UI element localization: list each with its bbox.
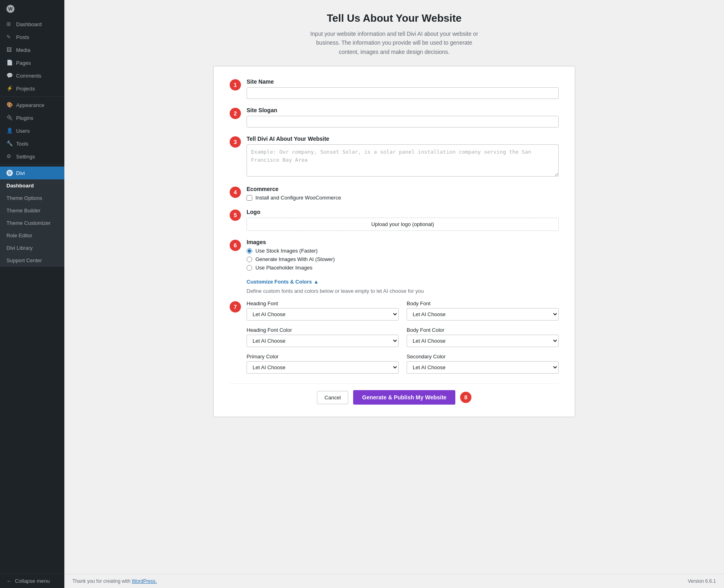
main-content: Tell Us About Your Website Input your we… xyxy=(64,0,724,588)
step-1-body: Site Name xyxy=(247,78,559,99)
step-2-section: 2 Site Slogan xyxy=(230,107,559,127)
step-2-badge: 2 xyxy=(230,108,241,119)
plugins-icon: 🔌 xyxy=(6,115,13,121)
sidebar-divi-submenu: Dashboard Theme Options Theme Builder Th… xyxy=(0,179,64,267)
sidebar-item-projects[interactable]: ⚡ Projects xyxy=(0,82,64,95)
cancel-button[interactable]: Cancel xyxy=(317,391,348,404)
divi-icon: D xyxy=(6,170,13,176)
page-subtitle: Input your website information and tell … xyxy=(310,29,479,56)
step-8-badge: 8 xyxy=(460,392,471,403)
sidebar-logo[interactable]: W xyxy=(0,0,64,18)
step-6-badge: 6 xyxy=(230,240,241,251)
generate-button[interactable]: Generate & Publish My Website xyxy=(353,390,455,405)
sidebar-item-media[interactable]: 🖼 Media xyxy=(0,43,64,56)
body-font-select[interactable]: Let AI Choose xyxy=(407,308,559,321)
customize-fonts-toggle[interactable]: Customize Fonts & Colors ▲ xyxy=(247,279,319,285)
sidebar-item-users[interactable]: 👤 Users xyxy=(0,124,64,137)
dashboard-icon: ⊞ xyxy=(6,21,13,27)
footer-wordpress-link[interactable]: WordPress. xyxy=(132,578,156,584)
sidebar-item-divi[interactable]: D Divi xyxy=(0,167,64,179)
chevron-up-icon: ▲ xyxy=(314,279,319,285)
woocommerce-checkbox[interactable] xyxy=(247,195,252,201)
body-font-color-select[interactable]: Let AI Choose xyxy=(407,335,559,347)
wp-logo-icon: W xyxy=(6,5,14,13)
collapse-menu-button[interactable]: ← Collapse menu xyxy=(0,574,64,588)
sidebar-item-divi-dashboard[interactable]: Dashboard xyxy=(0,179,64,192)
heading-font-select[interactable]: Let AI Choose xyxy=(247,308,399,321)
users-icon: 👤 xyxy=(6,127,13,134)
step-4-body: Ecommerce Install and Configure WooComme… xyxy=(247,186,559,201)
step-3-body: Tell Divi AI About Your Website xyxy=(247,136,559,178)
images-placeholder-row: Use Placeholder Images xyxy=(247,265,559,271)
primary-color-group: Primary Color Let AI Choose xyxy=(247,354,399,374)
sidebar-item-role-editor[interactable]: Role Editor xyxy=(0,229,64,242)
collapse-icon: ← xyxy=(6,578,12,584)
woocommerce-row: Install and Configure WooCommerce xyxy=(247,195,559,201)
heading-font-color-group: Heading Font Color Let AI Choose xyxy=(247,327,399,347)
images-placeholder-radio[interactable] xyxy=(247,265,252,271)
sidebar-item-theme-builder[interactable]: Theme Builder xyxy=(0,204,64,217)
pages-icon: 📄 xyxy=(6,60,13,66)
body-font-color-label: Body Font Color xyxy=(407,327,559,333)
sidebar-divider-2 xyxy=(0,164,64,165)
sidebar-divider-1 xyxy=(0,97,64,97)
sidebar-item-plugins[interactable]: 🔌 Plugins xyxy=(0,111,64,124)
primary-color-label: Primary Color xyxy=(247,354,399,360)
footer-spacer xyxy=(80,417,708,441)
sidebar-item-tools[interactable]: 🔧 Tools xyxy=(0,137,64,150)
body-font-label: Body Font xyxy=(407,300,559,306)
generate-with-badge: Generate & Publish My Website 8 xyxy=(353,390,471,405)
images-ai-radio[interactable] xyxy=(247,257,252,262)
secondary-color-label: Secondary Color xyxy=(407,354,559,360)
step-3-section: 3 Tell Divi AI About Your Website xyxy=(230,136,559,178)
secondary-color-group: Secondary Color Let AI Choose xyxy=(407,354,559,374)
media-icon: 🖼 xyxy=(6,47,13,53)
projects-icon: ⚡ xyxy=(6,85,13,92)
site-slogan-label: Site Slogan xyxy=(247,107,559,113)
step-7-badge: 7 xyxy=(230,301,241,313)
body-font-group: Body Font Let AI Choose xyxy=(407,300,559,321)
sidebar-item-comments[interactable]: 💬 Comments xyxy=(0,69,64,82)
step-2-body: Site Slogan xyxy=(247,107,559,127)
images-stock-row: Use Stock Images (Faster) xyxy=(247,248,559,254)
images-ai-label: Generate Images With AI (Slower) xyxy=(255,256,335,262)
secondary-color-select[interactable]: Let AI Choose xyxy=(407,361,559,374)
site-slogan-input[interactable] xyxy=(247,116,559,127)
primary-color-select[interactable]: Let AI Choose xyxy=(247,361,399,374)
woocommerce-label: Install and Configure WooCommerce xyxy=(255,195,341,201)
logo-upload-button[interactable]: Upload your logo (optional) xyxy=(247,218,559,231)
appearance-icon: 🎨 xyxy=(6,102,13,108)
images-stock-label: Use Stock Images (Faster) xyxy=(255,248,318,254)
sidebar-item-pages[interactable]: 📄 Pages xyxy=(0,56,64,69)
images-ai-row: Generate Images With AI (Slower) xyxy=(247,256,559,262)
site-name-input[interactable] xyxy=(247,87,559,99)
sidebar-item-divi-library[interactable]: Divi Library xyxy=(0,242,64,254)
step-4-badge: 4 xyxy=(230,187,241,198)
comments-icon: 💬 xyxy=(6,72,13,79)
site-name-label: Site Name xyxy=(247,78,559,85)
body-font-color-group: Body Font Color Let AI Choose xyxy=(407,327,559,347)
about-textarea[interactable] xyxy=(247,144,559,177)
fonts-grid: Heading Font Let AI Choose Body Font Let… xyxy=(247,300,559,374)
images-stock-radio[interactable] xyxy=(247,248,252,254)
step-5-section: 5 Logo Upload your logo (optional) xyxy=(230,209,559,231)
sidebar-item-posts[interactable]: ✎ Posts xyxy=(0,31,64,43)
sidebar-item-theme-customizer[interactable]: Theme Customizer xyxy=(0,217,64,229)
sidebar-item-settings[interactable]: ⚙ Settings xyxy=(0,150,64,163)
logo-label: Logo xyxy=(247,209,559,215)
heading-font-color-select[interactable]: Let AI Choose xyxy=(247,335,399,347)
step-6-section: 6 Images Use Stock Images (Faster) Gener… xyxy=(230,239,559,271)
posts-icon: ✎ xyxy=(6,34,13,40)
settings-icon: ⚙ xyxy=(6,153,13,160)
customize-fonts-area: Customize Fonts & Colors ▲ Define custom… xyxy=(247,279,559,294)
heading-font-color-label: Heading Font Color xyxy=(247,327,399,333)
step-3-badge: 3 xyxy=(230,136,241,148)
step-7-section: 7 Heading Font Let AI Choose Body Font xyxy=(230,300,559,374)
sidebar-item-support-center[interactable]: Support Center xyxy=(0,254,64,267)
step-1-section: 1 Site Name xyxy=(230,78,559,99)
sidebar-item-dashboard[interactable]: ⊞ Dashboard xyxy=(0,18,64,31)
page-title: Tell Us About Your Website xyxy=(80,12,708,25)
sidebar-item-theme-options[interactable]: Theme Options xyxy=(0,192,64,204)
form-card: 1 Site Name 2 Site Slogan 3 Tell Divi AI xyxy=(213,66,575,417)
sidebar-item-appearance[interactable]: 🎨 Appearance xyxy=(0,99,64,111)
